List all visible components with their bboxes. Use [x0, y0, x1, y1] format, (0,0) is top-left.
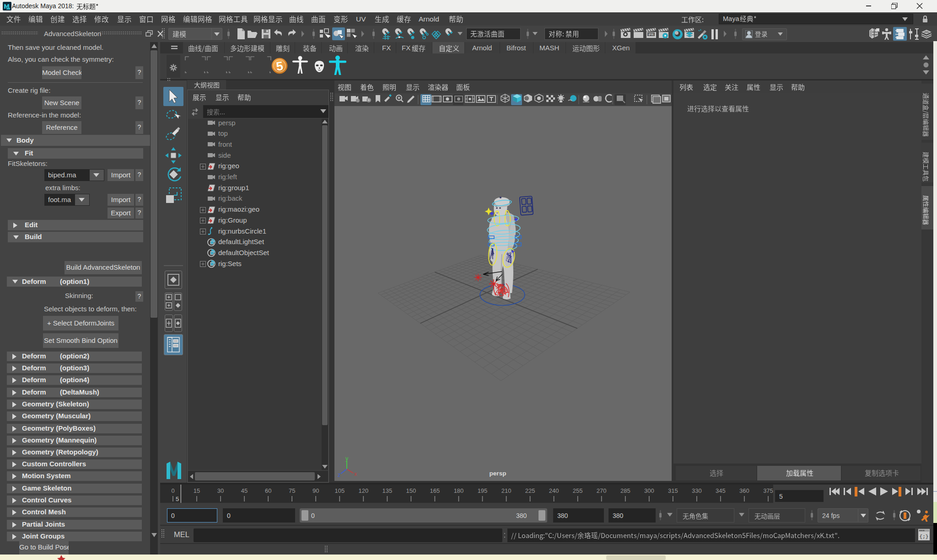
svg-text:105: 105 [334, 487, 345, 494]
svg-text:315: 315 [668, 487, 678, 494]
svg-text:165: 165 [430, 487, 440, 494]
svg-text:60: 60 [265, 487, 271, 494]
svg-text:{;}: {;} [920, 534, 929, 539]
svg-text:x: x [354, 471, 357, 477]
svg-text:330: 330 [692, 487, 702, 494]
svg-text:135: 135 [382, 487, 393, 494]
svg-text:300: 300 [644, 487, 654, 494]
svg-text:255: 255 [573, 487, 583, 494]
svg-text:45: 45 [241, 487, 248, 494]
svg-text:345: 345 [716, 487, 726, 494]
svg-text:285: 285 [620, 487, 630, 494]
svg-text:195: 195 [478, 487, 488, 494]
svg-text:90: 90 [312, 487, 319, 494]
svg-text:210: 210 [501, 487, 512, 494]
svg-text:150: 150 [406, 487, 416, 494]
svg-text:y: y [345, 456, 349, 462]
svg-text:IPR: IPR [648, 33, 654, 36]
svg-text:225: 225 [525, 487, 535, 494]
svg-text:180: 180 [454, 487, 464, 494]
svg-text:15: 15 [194, 487, 200, 494]
svg-text:270: 270 [597, 487, 607, 494]
svg-text:120: 120 [358, 487, 368, 494]
svg-text:240: 240 [549, 487, 559, 494]
svg-text:5: 5 [176, 496, 179, 502]
svg-text:75: 75 [289, 487, 295, 494]
svg-text:360: 360 [739, 487, 749, 494]
svg-text:375: 375 [763, 487, 773, 494]
svg-text:30: 30 [217, 487, 224, 494]
svg-text:z: z [338, 472, 340, 478]
svg-text:0: 0 [171, 487, 174, 494]
